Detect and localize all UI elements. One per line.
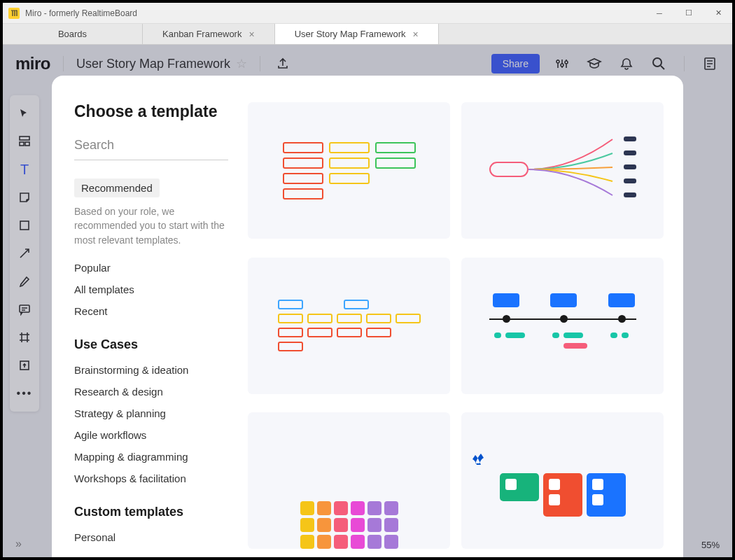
usecase-mapping[interactable]: Mapping & diagramming — [74, 446, 228, 468]
usecase-agile[interactable]: Agile workflows — [74, 424, 228, 446]
section-use-cases: Use Cases — [74, 337, 228, 352]
tab-user-story-map[interactable]: User Story Map Framework × — [275, 24, 439, 44]
usecase-research[interactable]: Research & design — [74, 381, 228, 402]
template-confluence[interactable] — [461, 412, 664, 549]
template-mindmap[interactable]: Mind Map — [461, 102, 664, 246]
window-title-bar: Miro - formerly RealtimeBoard ─ ☐ ✕ — [3, 3, 732, 24]
search-input[interactable]: Search — [74, 138, 228, 160]
category-recent[interactable]: Recent — [74, 300, 228, 322]
modal-sidebar: Choose a template Search Recommended Bas… — [52, 76, 241, 557]
category-description: Based on your role, we recommended you t… — [74, 204, 228, 247]
template-preview — [461, 258, 664, 394]
usecase-workshops[interactable]: Workshops & facilitation — [74, 468, 228, 489]
template-name: User Story Map Framework — [248, 394, 450, 402]
section-custom: Custom templates — [74, 505, 228, 519]
app-icon — [8, 8, 20, 19]
template-retrospective[interactable] — [248, 412, 450, 549]
tab-boards[interactable]: Boards — [3, 24, 143, 44]
maximize-button[interactable]: ☐ — [680, 6, 697, 20]
template-kanban[interactable]: Kanban Framework — [248, 102, 450, 246]
template-preview — [461, 102, 664, 239]
template-preview — [248, 258, 450, 394]
template-grid: Kanban Framework — [241, 76, 683, 557]
window-title: Miro - formerly RealtimeBoard — [25, 8, 651, 18]
close-button[interactable]: ✕ — [710, 6, 727, 20]
template-preview — [248, 102, 450, 239]
template-customer-journey[interactable]: Customer Journey Map — [461, 258, 664, 402]
close-icon[interactable]: × — [248, 29, 254, 40]
tab-label: Boards — [58, 29, 87, 39]
atlassian-icon — [471, 452, 485, 470]
tab-label: Kanban Framework — [162, 29, 241, 39]
template-name: Kanban Framework — [248, 239, 450, 246]
category-all[interactable]: All templates — [74, 279, 228, 300]
template-modal: Choose a template Search Recommended Bas… — [52, 76, 683, 557]
tab-kanban[interactable]: Kanban Framework × — [143, 24, 275, 44]
template-preview — [461, 412, 664, 549]
template-name: Customer Journey Map — [461, 394, 664, 402]
close-icon[interactable]: × — [413, 29, 419, 40]
category-popular[interactable]: Popular — [74, 257, 228, 279]
usecase-strategy[interactable]: Strategy & planning — [74, 402, 228, 424]
tab-label: User Story Map Framework — [295, 29, 406, 39]
template-user-story-map[interactable]: User Story Map Framework — [248, 258, 450, 402]
custom-personal[interactable]: Personal — [74, 526, 228, 548]
template-preview — [248, 412, 450, 549]
template-name: Mind Map — [461, 239, 664, 246]
modal-title: Choose a template — [74, 102, 228, 121]
usecase-brainstorming[interactable]: Brainstorming & ideation — [74, 359, 228, 381]
category-recommended[interactable]: Recommended — [74, 178, 160, 197]
minimize-button[interactable]: ─ — [651, 6, 668, 20]
tab-strip: Boards Kanban Framework × User Story Map… — [3, 24, 732, 45]
